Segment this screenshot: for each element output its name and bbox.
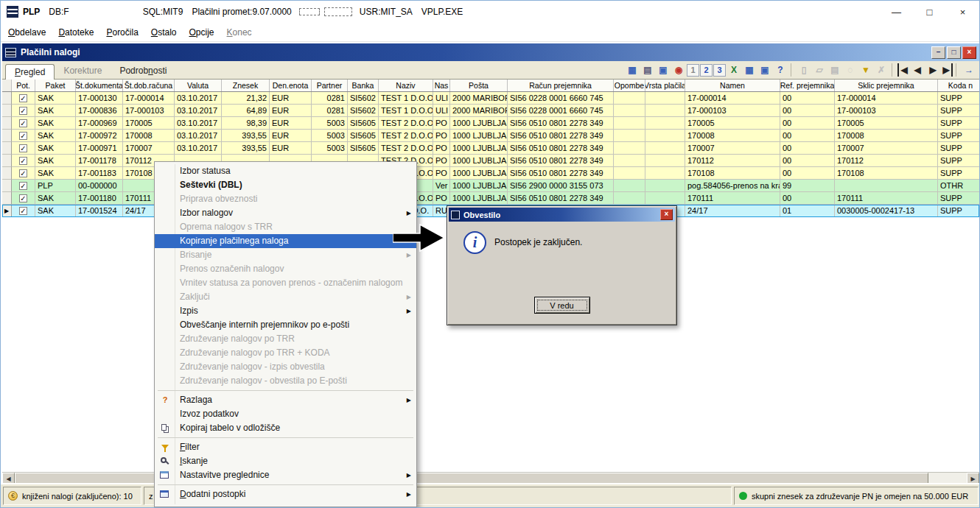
- child-close-button[interactable]: ×: [962, 46, 976, 59]
- menu-item[interactable]: Izbor statusa: [155, 164, 416, 178]
- tab-podrobnosti[interactable]: Podrobnosti: [111, 63, 175, 79]
- cell: SAK: [35, 167, 76, 180]
- cell: SI56 2900 0000 3155 073: [508, 180, 614, 192]
- ok-button[interactable]: V redu: [534, 297, 590, 314]
- child-restore-button[interactable]: □: [947, 46, 961, 59]
- menu-item[interactable]: Izpis▶: [155, 304, 416, 318]
- menubar-item-ostalo[interactable]: Ostalo: [151, 27, 177, 38]
- print-preview-icon[interactable]: ▤: [640, 63, 655, 77]
- checkbox-checked[interactable]: ✓: [19, 107, 27, 115]
- camera-icon[interactable]: ◉: [671, 63, 686, 77]
- column-header[interactable]: Den.enota: [270, 80, 312, 91]
- table-icon[interactable]: ▦: [742, 63, 757, 77]
- menu-item[interactable]: ?Razlaga▶: [155, 393, 416, 407]
- menu-item[interactable]: Dodatni postopki▶: [155, 487, 416, 501]
- cell-pot: ✓: [12, 117, 35, 130]
- filter-icon[interactable]: ▼: [858, 63, 873, 77]
- prev-record-icon[interactable]: ◀: [910, 63, 925, 77]
- menubar-item-poročila[interactable]: Poročila: [106, 27, 138, 38]
- table-row[interactable]: ✓SAK17-00083617-00010303.10.201764,89EUR…: [2, 105, 979, 117]
- copy-icon: [161, 424, 167, 431]
- column-header[interactable]: Namen: [685, 80, 780, 91]
- print-icon[interactable]: ▤: [827, 63, 842, 77]
- zoom-icon[interactable]: ◌: [843, 63, 858, 77]
- column-header[interactable]: Paket: [35, 80, 76, 91]
- column-header[interactable]: Št.dob.računa: [123, 80, 175, 91]
- menubar-item-obdelave[interactable]: Obdelave: [8, 27, 46, 38]
- new-document-icon[interactable]: ▯: [797, 63, 811, 77]
- dialog-close-button[interactable]: ×: [660, 209, 673, 220]
- table-row[interactable]: ✓SAK17-001178170112TEST 2 D.O.O.PO1000 L…: [2, 155, 979, 167]
- view-2-icon[interactable]: 2: [700, 64, 713, 77]
- menubar-item-datoteke[interactable]: Datoteke: [58, 27, 94, 38]
- menu-item: Oprema nalogov s TRR: [155, 220, 416, 234]
- column-header[interactable]: Sklic prejemnika: [835, 80, 938, 91]
- maximize-button[interactable]: □: [913, 1, 946, 23]
- tab-korekture[interactable]: Korekture: [55, 63, 111, 79]
- checkbox-checked[interactable]: ✓: [19, 94, 27, 102]
- minimize-button[interactable]: —: [880, 1, 913, 23]
- menu-item[interactable]: Izbor nalogov▶: [155, 206, 416, 220]
- column-header[interactable]: Partner: [312, 80, 348, 91]
- menu-item[interactable]: Nastavitve preglednice▶: [155, 468, 416, 482]
- row-marker: [2, 92, 12, 105]
- checkbox-checked[interactable]: ✓: [19, 169, 27, 177]
- menu-item[interactable]: Kopiranje plačilnega naloga: [155, 234, 416, 248]
- cell: 393,55: [222, 142, 270, 155]
- child-minimize-button[interactable]: –: [931, 46, 945, 59]
- menubar-item-konec[interactable]: Konec: [227, 27, 252, 38]
- next-record-icon[interactable]: ▶: [925, 63, 940, 77]
- column-header[interactable]: Št.dokumenta: [76, 80, 123, 91]
- column-header[interactable]: Nas: [433, 80, 450, 91]
- table-row[interactable]: ✓SAK17-001180170111TEST 2 D.O.O.PO1000 L…: [2, 192, 979, 205]
- checkbox-checked[interactable]: ✓: [19, 157, 27, 165]
- clear-filter-icon[interactable]: ✗: [874, 63, 889, 77]
- table-row[interactable]: ✓SAK17-001183170108TEST 2 D.O.O.PO1000 L…: [2, 167, 979, 180]
- view-1-icon[interactable]: 1: [687, 64, 699, 77]
- summary-grid-icon[interactable]: ▦: [625, 63, 640, 77]
- table-row[interactable]: ✓SAK17-00097117000703.10.2017393,55EUR50…: [2, 142, 979, 155]
- column-header[interactable]: Pošta: [450, 80, 508, 91]
- menu-item[interactable]: Seštevki (DBL): [155, 178, 416, 192]
- checkbox-checked[interactable]: ✓: [19, 132, 27, 140]
- checkbox-checked[interactable]: ✓: [19, 182, 27, 190]
- column-header[interactable]: Znesek: [222, 80, 270, 91]
- monitor-icon[interactable]: ▣: [656, 63, 671, 77]
- checkbox-checked[interactable]: ✓: [19, 207, 27, 215]
- column-header[interactable]: Opombe: [614, 80, 645, 91]
- cell: TEST 1 D.O.O.: [379, 92, 433, 105]
- column-header[interactable]: Pot.: [12, 80, 35, 91]
- table-row[interactable]: ✓SAK17-00096917000503.10.201798,39EUR500…: [2, 117, 979, 130]
- menu-item[interactable]: Filter: [155, 440, 416, 454]
- column-header[interactable]: Valuta: [175, 80, 222, 91]
- column-header[interactable]: Ref. prejemnika: [780, 80, 835, 91]
- column-header[interactable]: Vrsta plačila: [645, 80, 685, 91]
- tab-pregled[interactable]: Pregled: [5, 64, 55, 80]
- edit-icon[interactable]: ▱: [812, 63, 827, 77]
- excel-export-icon[interactable]: X: [727, 63, 741, 77]
- menu-item[interactable]: Kopiraj tabelo v odložišče: [155, 421, 416, 435]
- view-3-icon[interactable]: 3: [713, 64, 726, 77]
- cell: 00-000000: [76, 180, 123, 192]
- checkbox-checked[interactable]: ✓: [19, 144, 27, 152]
- screen-icon[interactable]: ▣: [757, 63, 772, 77]
- close-button[interactable]: ×: [946, 1, 979, 23]
- menubar-item-opcije[interactable]: Opcije: [189, 27, 214, 38]
- menu-item[interactable]: Obveščanje internih prejemnikov po e-poš…: [155, 318, 416, 332]
- exit-icon[interactable]: →: [962, 63, 976, 77]
- menu-item-label: Kopiraj tabelo v odložišče: [180, 423, 280, 433]
- column-header[interactable]: Koda n: [938, 80, 980, 91]
- first-record-icon[interactable]: ◀: [897, 63, 909, 77]
- table-row[interactable]: ✓PLP00-000000d.o.o.Ver1000 LJUBLJANASI56…: [2, 180, 979, 192]
- last-record-icon[interactable]: ▶: [941, 63, 953, 77]
- checkbox-checked[interactable]: ✓: [19, 119, 27, 127]
- checkbox-checked[interactable]: ✓: [19, 194, 27, 202]
- menu-item[interactable]: Iskanje: [155, 454, 416, 468]
- column-header[interactable]: Naziv: [379, 80, 433, 91]
- table-row[interactable]: ✓SAK17-00013017-00001403.10.201721,32EUR…: [2, 92, 979, 105]
- table-row[interactable]: ✓SAK17-00097217000803.10.2017393,55EUR50…: [2, 130, 979, 142]
- menu-item[interactable]: Izvoz podatkov: [155, 407, 416, 421]
- help-icon[interactable]: ?: [773, 63, 788, 77]
- column-header[interactable]: Račun prejemnika: [508, 80, 614, 91]
- column-header[interactable]: Banka: [348, 80, 379, 91]
